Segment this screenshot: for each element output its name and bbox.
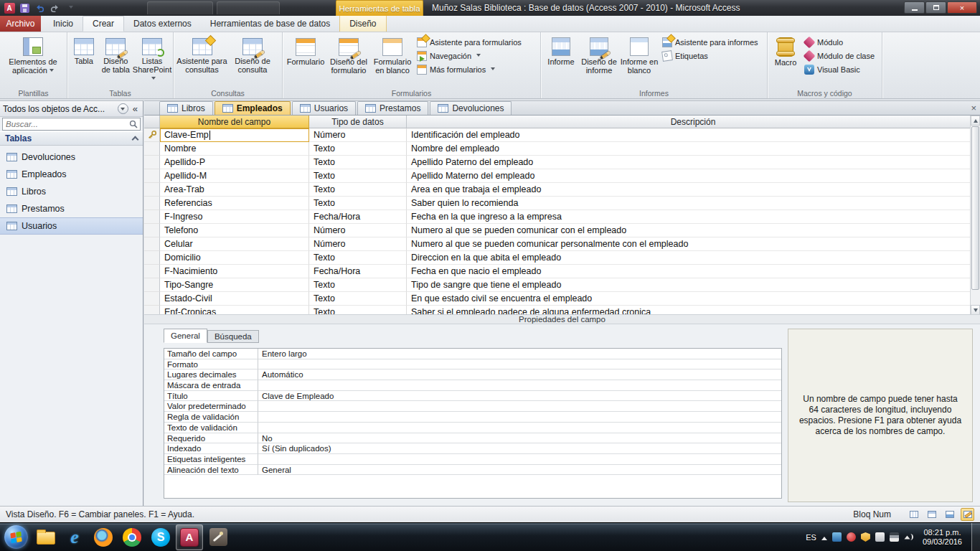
field-name-cell[interactable]: Apellido-P (160, 156, 309, 169)
property-row[interactable]: Indexado Sí (Sin duplicados) (164, 443, 781, 454)
field-desc-cell[interactable]: Fecha en que nacio el empleado (407, 265, 980, 278)
scrollbar-thumb[interactable] (971, 126, 979, 290)
property-value[interactable]: No (258, 433, 781, 444)
field-desc-cell[interactable]: Saber quien lo recomienda (407, 197, 980, 210)
form-design-button[interactable]: Diseño del formulario (326, 34, 371, 75)
tab-busqueda[interactable]: Búsqueda (207, 330, 259, 343)
tab-datos-externos[interactable]: Datos externos (124, 16, 201, 32)
property-value[interactable] (258, 401, 781, 412)
tab-diseno[interactable]: Diseño (339, 16, 386, 32)
property-value[interactable]: Automático (258, 369, 781, 380)
field-type-cell[interactable]: Texto (309, 251, 407, 265)
redo-icon[interactable] (48, 2, 61, 14)
property-row[interactable]: Alineación del texto General (164, 465, 781, 476)
property-row[interactable]: Formato (164, 359, 781, 370)
navigation-button[interactable]: Navegación (417, 51, 522, 61)
field-name-cell[interactable]: F-Ingreso (160, 210, 309, 224)
pivotchart-view-button[interactable] (943, 508, 956, 521)
explorer-icon[interactable] (32, 524, 60, 550)
row-selector[interactable] (144, 169, 160, 183)
tray-app-icon[interactable] (832, 532, 842, 542)
field-desc-cell[interactable]: Tipo de sangre que tiene el empleado (407, 278, 980, 292)
field-type-cell[interactable]: Texto (309, 156, 407, 169)
field-name-cell[interactable]: Area-Trab (160, 183, 309, 197)
field-type-cell[interactable]: Texto (309, 197, 407, 210)
field-type-cell[interactable]: Número (309, 224, 407, 237)
close-tab-icon[interactable]: × (971, 103, 976, 113)
access-taskbar-icon[interactable]: A (176, 524, 203, 550)
search-icon[interactable] (129, 120, 138, 131)
property-row[interactable]: Máscara de entrada (164, 380, 781, 391)
property-row[interactable]: Regla de validación (164, 412, 781, 423)
module-button[interactable]: Módulo (804, 37, 875, 47)
property-row[interactable]: Tamaño del campo Entero largo (164, 349, 781, 359)
sharepoint-lists-button[interactable]: Listas SharePoint (133, 34, 171, 83)
field-name-cell[interactable]: Apellido-M (160, 169, 309, 183)
more-forms-button[interactable]: Más formularios (417, 65, 522, 75)
show-desktop-button[interactable] (971, 523, 980, 551)
skype-icon[interactable]: S (147, 524, 174, 550)
search-input[interactable] (2, 118, 141, 131)
field-desc-cell[interactable]: Apellido Paterno del empleado (407, 156, 980, 169)
doc-tab-prestamos[interactable]: Prestamos (357, 101, 428, 115)
field-desc-cell[interactable]: Direccion en la que abita el empleado (407, 251, 980, 265)
tray-action-center-icon[interactable] (875, 532, 885, 542)
image-editor-icon[interactable] (204, 524, 232, 550)
blank-form-button[interactable]: Formulario en blanco (371, 34, 414, 75)
row-selector[interactable] (144, 278, 160, 292)
table-button[interactable]: Tabla (70, 34, 98, 65)
nav-pane-menu-icon[interactable] (118, 103, 128, 114)
row-selector[interactable] (144, 237, 160, 251)
language-indicator[interactable]: ES (806, 533, 816, 542)
scroll-up-icon[interactable] (971, 116, 980, 126)
field-desc-cell[interactable]: En que estado civil se encuentra el empl… (407, 292, 980, 306)
field-desc-cell[interactable]: Numero al que se pueden comunicar con el… (407, 224, 980, 237)
nav-group-tablas[interactable]: Tablas (0, 131, 143, 146)
tab-inicio[interactable]: Inicio (44, 16, 83, 32)
row-selector[interactable] (144, 142, 160, 156)
property-value[interactable]: Sí (Sin duplicados) (258, 443, 781, 454)
field-name-cell[interactable]: Celular (160, 237, 309, 251)
field-name-cell[interactable]: Referencias (160, 197, 309, 210)
tray-network-icon[interactable] (890, 532, 899, 542)
field-type-cell[interactable]: Texto (309, 183, 407, 197)
blank-report-button[interactable]: Informe en blanco (619, 34, 659, 75)
field-desc-cell[interactable]: Fecha en la que ingreso a la empresa (407, 210, 980, 224)
property-row[interactable]: Requerido No (164, 433, 781, 444)
datasheet-view-button[interactable] (907, 508, 920, 521)
field-name-cell[interactable]: Tipo-Sangre (160, 278, 309, 292)
scroll-down-icon[interactable] (971, 305, 980, 315)
field-desc-cell[interactable]: Area en que trabaja el empleado (407, 183, 980, 197)
tab-herramientas-bd[interactable]: Herramientas de base de datos (201, 16, 339, 32)
sidebar-item-empleados[interactable]: Empleados (0, 166, 143, 183)
class-module-button[interactable]: Módulo de clase (804, 51, 875, 61)
row-selector[interactable] (144, 265, 160, 278)
field-desc-cell[interactable]: Numero al que se pueden comunicar person… (407, 237, 980, 251)
tray-update-icon[interactable] (861, 532, 870, 542)
field-name-cell[interactable]: Domicilio (160, 251, 309, 265)
undo-icon[interactable] (33, 2, 46, 14)
macro-button[interactable]: Macro (770, 34, 801, 67)
save-icon[interactable] (18, 2, 31, 14)
property-row[interactable]: Título Clave de Empleado (164, 391, 781, 402)
form-wizard-button[interactable]: Asistente para formularios (417, 37, 522, 47)
query-wizard-button[interactable]: Asistente para consultas (176, 34, 228, 74)
property-value[interactable] (258, 359, 781, 370)
collapse-pane-icon[interactable]: « (131, 103, 140, 114)
property-row[interactable]: Texto de validación (164, 423, 781, 433)
tab-general[interactable]: General (164, 329, 207, 343)
property-value[interactable] (258, 454, 781, 465)
field-type-cell[interactable]: Texto (309, 292, 407, 306)
column-header-type[interactable]: Tipo de datos (309, 116, 407, 128)
pivottable-view-button[interactable] (925, 508, 938, 521)
property-value[interactable]: Clave de Empleado (258, 391, 781, 402)
property-value[interactable]: General (258, 465, 781, 476)
property-value[interactable] (258, 423, 781, 433)
report-design-button[interactable]: Diseño de informe (579, 34, 619, 75)
field-type-cell[interactable]: Número (309, 128, 407, 142)
row-selector[interactable] (144, 183, 160, 197)
field-desc-cell[interactable]: Nombre del empleado (407, 142, 980, 156)
sidebar-item-devoluciones[interactable]: Devoluciones (0, 149, 143, 166)
application-parts-button[interactable]: Elementos de aplicación (2, 34, 64, 75)
chevron-up-icon[interactable] (132, 136, 139, 143)
